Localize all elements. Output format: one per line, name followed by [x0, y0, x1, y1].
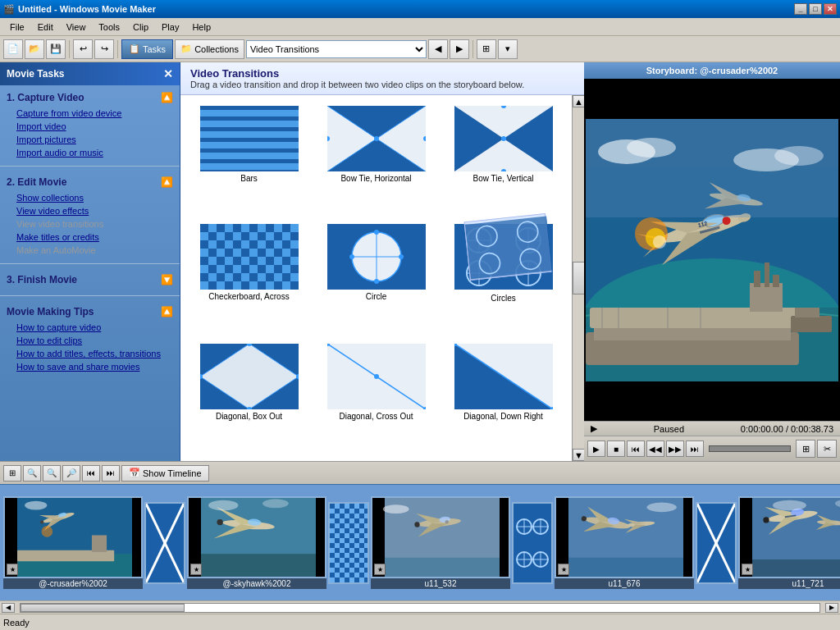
- next-frame-button[interactable]: ▶▶: [666, 441, 684, 457]
- back-button[interactable]: ◀: [428, 39, 448, 59]
- play-button[interactable]: ▶: [587, 441, 605, 457]
- scroll-down-button[interactable]: ▼: [573, 449, 584, 461]
- link-titles[interactable]: Make titles or credits: [7, 231, 173, 244]
- section-tips-header[interactable]: Movie Making Tips 🔼: [7, 303, 173, 321]
- zoom-out-button[interactable]: 🔍: [43, 465, 61, 482]
- timeline-icon: 📅: [129, 468, 140, 478]
- scroll-right-button[interactable]: ▶: [825, 603, 838, 613]
- scroll-up-button[interactable]: ▲: [573, 95, 584, 107]
- link-how-save[interactable]: How to save and share movies: [7, 360, 173, 373]
- section-finish-header[interactable]: 3. Finish Movie 🔽: [7, 271, 173, 289]
- clip-star-icon-1: ★: [7, 564, 18, 575]
- go-start-button[interactable]: ⏮: [82, 465, 100, 482]
- storyboard-clip-4[interactable]: ★ u11_676: [555, 496, 694, 589]
- section-edit-label: 2. Edit Movie: [7, 176, 66, 188]
- menu-edit[interactable]: Edit: [31, 21, 60, 34]
- link-show-collections[interactable]: Show collections: [7, 191, 173, 204]
- titlebar-controls[interactable]: _ □ ✕: [794, 3, 837, 15]
- link-view-transitions: View video transitions: [7, 217, 173, 231]
- toolbar: 📄 📂 💾 ↩ ↪ 📋 Tasks 📁 Collections Video Tr…: [0, 36, 840, 62]
- transition-bowtie-h[interactable]: Bow Tie, Horizontal: [314, 102, 438, 217]
- link-import-audio[interactable]: Import audio or music: [7, 146, 173, 159]
- menu-file[interactable]: File: [3, 21, 31, 34]
- new-button[interactable]: 📄: [3, 39, 23, 59]
- link-how-titles[interactable]: How to add titles, effects, transitions: [7, 347, 173, 360]
- link-capture-device[interactable]: Capture from video device: [7, 107, 173, 120]
- preview-progress-bar[interactable]: [709, 445, 791, 452]
- maximize-button[interactable]: □: [809, 3, 822, 15]
- storyboard-transition-4[interactable]: [696, 502, 737, 584]
- section-capture-header[interactable]: 1. Capture Video 🔼: [7, 89, 173, 107]
- link-import-pictures[interactable]: Import pictures: [7, 133, 173, 146]
- split-button[interactable]: ✂: [817, 440, 837, 458]
- svg-point-116: [627, 138, 676, 158]
- svg-rect-6: [200, 163, 299, 170]
- transition-checkerboard-label: Checkerboard, Across: [208, 292, 289, 301]
- svg-point-141: [262, 499, 289, 508]
- transition-diag-box[interactable]: Diagonal, Box Out: [187, 340, 311, 454]
- transition-bars[interactable]: Bars: [187, 102, 311, 217]
- storyboard-transition-1[interactable]: [144, 502, 185, 584]
- storyboard-tool-1[interactable]: ⊞: [3, 465, 21, 482]
- transition-bowtie-v[interactable]: Bow Tie, Vertical: [441, 102, 565, 217]
- end-button[interactable]: ⏭: [686, 441, 704, 457]
- close-button[interactable]: ✕: [824, 3, 837, 15]
- storyboard-clip-5[interactable]: ★ u11_721: [738, 496, 840, 589]
- storyboard-tool-2[interactable]: 🔍: [23, 465, 41, 482]
- forward-button[interactable]: ▶: [450, 39, 469, 59]
- content-scrollbar[interactable]: ▲ ▼: [572, 95, 584, 461]
- view-dropdown[interactable]: Video Transitions Video Effects Titles a…: [246, 40, 427, 58]
- full-screen-button[interactable]: ⊞: [796, 440, 815, 458]
- transition-diag-cross-label: Diagonal, Cross Out: [339, 412, 413, 421]
- svg-rect-148: [385, 558, 500, 578]
- save-button[interactable]: 💾: [46, 39, 66, 59]
- svg-rect-3: [200, 131, 299, 138]
- panel-close-button[interactable]: ✕: [163, 67, 173, 80]
- storyboard-clip-1[interactable]: ★ @-crusader%2002: [3, 496, 143, 589]
- menu-help[interactable]: Help: [185, 21, 217, 34]
- collections-button[interactable]: 📁 Collections: [175, 39, 244, 59]
- transition-circles[interactable]: Circles: [441, 220, 565, 336]
- link-import-video[interactable]: Import video: [7, 120, 173, 133]
- zoom-in-button[interactable]: 🔎: [62, 465, 80, 482]
- transition-checkerboard[interactable]: Checkerboard, Across: [187, 220, 311, 336]
- minimize-button[interactable]: _: [794, 3, 807, 15]
- scroll-left-button[interactable]: ◀: [2, 603, 15, 613]
- menu-tools[interactable]: Tools: [92, 21, 126, 34]
- horizontal-scrollbar[interactable]: ◀ ▶: [0, 600, 840, 614]
- link-how-edit[interactable]: How to edit clips: [7, 334, 173, 347]
- view-dropdown-btn[interactable]: ▾: [498, 39, 518, 59]
- hscrollbar-thumb[interactable]: [21, 604, 185, 612]
- menu-play[interactable]: Play: [155, 21, 185, 34]
- transition-diag-cross[interactable]: Diagonal, Cross Out: [314, 340, 438, 454]
- link-how-capture[interactable]: How to capture video: [7, 321, 173, 334]
- storyboard-clip-2[interactable]: ★ @-skyhawk%2002: [187, 496, 326, 589]
- view-toggle-button[interactable]: ⊞: [477, 39, 496, 59]
- storyboard-transition-2[interactable]: [328, 502, 369, 584]
- menu-view[interactable]: View: [60, 21, 93, 34]
- show-timeline-button[interactable]: 📅 Show Timeline: [121, 465, 209, 482]
- svg-point-118: [774, 146, 824, 166]
- section-edit-header[interactable]: 2. Edit Movie 🔼: [7, 173, 173, 191]
- transition-bars-label: Bars: [240, 174, 258, 183]
- open-button[interactable]: 📂: [25, 39, 44, 59]
- prev-frame-button[interactable]: ◀◀: [646, 441, 664, 457]
- transition-bowtie-h-thumb: [327, 106, 426, 171]
- svg-point-179: [646, 502, 676, 512]
- rewind-button[interactable]: ⏮: [627, 441, 645, 457]
- storyboard-clip-3[interactable]: ★ u11_532: [371, 496, 510, 589]
- transition-diag-down[interactable]: Diagonal, Down Right: [441, 340, 565, 454]
- stop-button[interactable]: ■: [607, 441, 625, 457]
- transition-circle[interactable]: Circle: [314, 220, 438, 336]
- storyboard-transition-3[interactable]: [512, 502, 553, 584]
- undo-button[interactable]: ↩: [73, 39, 93, 59]
- hscrollbar-track[interactable]: [20, 603, 820, 613]
- redo-button[interactable]: ↪: [94, 39, 114, 59]
- section-finish-collapse: 🔽: [161, 274, 173, 285]
- link-view-effects[interactable]: View video effects: [7, 204, 173, 217]
- transition-circles-label: Circles: [491, 294, 516, 303]
- go-end-button[interactable]: ⏭: [102, 465, 120, 482]
- menu-clip[interactable]: Clip: [126, 21, 155, 34]
- scroll-thumb[interactable]: [573, 262, 584, 294]
- tasks-button[interactable]: 📋 Tasks: [121, 39, 173, 59]
